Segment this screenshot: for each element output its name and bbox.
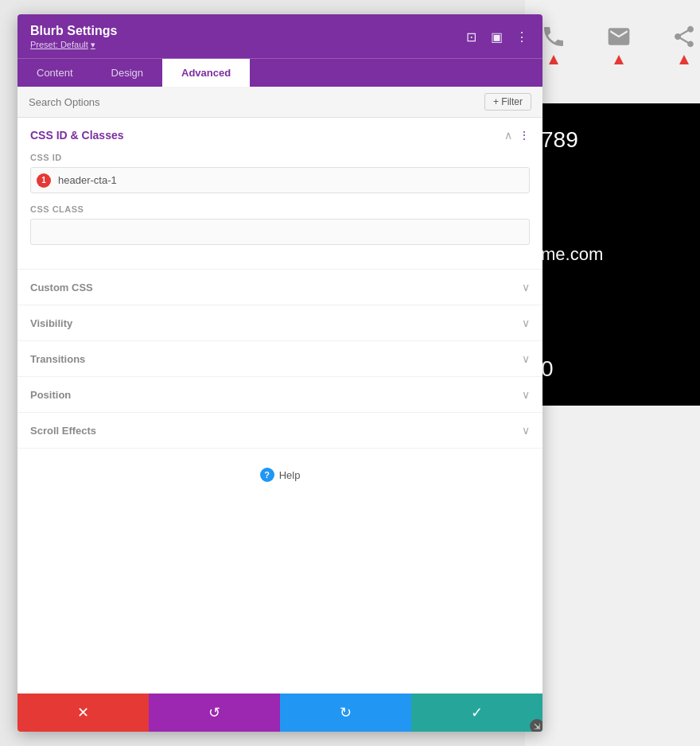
reset-button[interactable]: ↺ bbox=[149, 694, 280, 732]
section-body-css-id-classes: CSS ID 1 CSS Class bbox=[18, 153, 542, 269]
section-actions-css-id-classes: ∧ ⋮ bbox=[504, 129, 530, 142]
modal-header: Blurb Settings Preset: Default ▾ ⊡ ▣ ⋮ bbox=[18, 14, 542, 58]
section-title-css-id-classes: CSS ID & Classes bbox=[30, 129, 124, 142]
arrow-up-email bbox=[614, 55, 624, 64]
modal-tabs: Content Design Advanced bbox=[18, 58, 542, 87]
cancel-button[interactable]: ✕ bbox=[18, 694, 149, 732]
modal-content: CSS ID & Classes ∧ ⋮ CSS ID 1 CSS Cl bbox=[18, 118, 542, 694]
section-header-custom-css[interactable]: Custom CSS ∨ bbox=[18, 270, 542, 305]
blurb-settings-modal: Blurb Settings Preset: Default ▾ ⊡ ▣ ⋮ C… bbox=[18, 14, 542, 732]
css-id-input[interactable] bbox=[30, 167, 530, 193]
email-icon bbox=[606, 24, 632, 49]
section-title-transitions: Transitions bbox=[30, 353, 85, 365]
section-transitions: Transitions ∨ bbox=[18, 341, 542, 377]
share-icon-group bbox=[671, 24, 697, 64]
section-header-visibility[interactable]: Visibility ∨ bbox=[18, 305, 542, 340]
save-button[interactable]: ✓ bbox=[411, 694, 542, 732]
help-section: ? Help bbox=[18, 449, 542, 501]
css-class-input-wrapper bbox=[30, 219, 530, 245]
modal-title: Blurb Settings bbox=[30, 24, 117, 38]
section-scroll-effects: Scroll Effects ∨ bbox=[18, 413, 542, 449]
tab-design[interactable]: Design bbox=[92, 59, 162, 87]
arrow-up-share bbox=[679, 55, 689, 64]
collapse-chevron-css-id-classes[interactable]: ∧ bbox=[504, 129, 512, 142]
help-text[interactable]: Help bbox=[279, 469, 301, 481]
arrow-up-phone bbox=[549, 55, 558, 64]
filter-button[interactable]: + Filter bbox=[484, 93, 531, 111]
section-header-transitions[interactable]: Transitions ∨ bbox=[18, 341, 542, 376]
modal-footer: ✕ ↺ ↻ ✓ bbox=[18, 694, 542, 732]
expand-chevron-custom-css[interactable]: ∨ bbox=[522, 281, 530, 293]
expand-chevron-scroll-effects[interactable]: ∨ bbox=[522, 424, 530, 437]
css-id-input-wrapper: 1 bbox=[30, 167, 530, 193]
phone-icon bbox=[541, 24, 566, 49]
right-icon-group bbox=[525, 24, 700, 64]
right-panel: 789 me.com 0 bbox=[525, 0, 700, 746]
expand-chevron-transitions[interactable]: ∨ bbox=[522, 352, 530, 365]
email-icon-group bbox=[606, 24, 632, 64]
redo-button[interactable]: ↻ bbox=[280, 694, 411, 732]
section-header-position[interactable]: Position ∨ bbox=[18, 377, 542, 412]
search-input[interactable] bbox=[29, 96, 484, 108]
fullscreen-icon[interactable]: ⊡ bbox=[463, 29, 479, 45]
section-title-position: Position bbox=[30, 389, 71, 401]
share-icon bbox=[671, 24, 697, 49]
expand-chevron-visibility[interactable]: ∨ bbox=[522, 317, 530, 329]
right-panel-top bbox=[525, 0, 700, 103]
right-text-789: 789 bbox=[541, 127, 684, 153]
modal-title-group: Blurb Settings Preset: Default ▾ bbox=[30, 24, 117, 50]
tab-advanced[interactable]: Advanced bbox=[162, 59, 250, 87]
modal-preset[interactable]: Preset: Default ▾ bbox=[30, 40, 117, 50]
css-class-label: CSS Class bbox=[30, 204, 530, 214]
right-panel-black: 789 me.com 0 bbox=[525, 103, 700, 406]
field-group-css-class: CSS Class bbox=[30, 204, 530, 245]
right-text-email: me.com bbox=[541, 244, 684, 265]
section-custom-css: Custom CSS ∨ bbox=[18, 270, 542, 305]
badge-number-1: 1 bbox=[37, 173, 51, 188]
more-options-icon[interactable]: ⋮ bbox=[514, 29, 530, 45]
section-menu-css-id-classes[interactable]: ⋮ bbox=[519, 129, 530, 142]
right-text-zero: 0 bbox=[541, 356, 684, 382]
section-header-css-id-classes[interactable]: CSS ID & Classes ∧ ⋮ bbox=[18, 118, 542, 153]
section-header-scroll-effects[interactable]: Scroll Effects ∨ bbox=[18, 413, 542, 448]
phone-icon-group bbox=[541, 24, 566, 64]
css-id-label: CSS ID bbox=[30, 153, 530, 162]
section-title-scroll-effects: Scroll Effects bbox=[30, 425, 96, 437]
field-group-css-id: CSS ID 1 bbox=[30, 153, 530, 193]
section-title-custom-css: Custom CSS bbox=[30, 282, 93, 293]
modal-header-actions: ⊡ ▣ ⋮ bbox=[463, 29, 530, 45]
css-class-input[interactable] bbox=[30, 219, 530, 245]
section-title-visibility: Visibility bbox=[30, 317, 72, 329]
columns-icon[interactable]: ▣ bbox=[488, 29, 504, 45]
section-position: Position ∨ bbox=[18, 377, 542, 413]
resize-handle[interactable] bbox=[530, 719, 542, 732]
help-icon: ? bbox=[260, 468, 274, 482]
section-visibility: Visibility ∨ bbox=[18, 305, 542, 341]
section-css-id-classes: CSS ID & Classes ∧ ⋮ CSS ID 1 CSS Cl bbox=[18, 118, 542, 270]
tab-content[interactable]: Content bbox=[18, 59, 92, 87]
expand-chevron-position[interactable]: ∨ bbox=[522, 388, 530, 401]
search-bar: + Filter bbox=[18, 87, 542, 118]
